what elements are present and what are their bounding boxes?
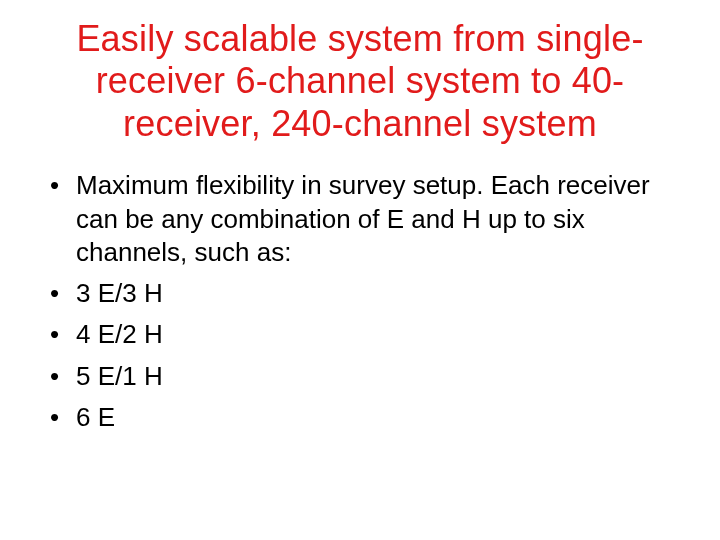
slide: Easily scalable system from single-recei… (0, 0, 720, 540)
list-item: Maximum flexibility in survey setup. Eac… (48, 169, 672, 269)
slide-title: Easily scalable system from single-recei… (48, 18, 672, 145)
list-item: 3 E/3 H (48, 277, 672, 310)
list-item: 6 E (48, 401, 672, 434)
list-item: 4 E/2 H (48, 318, 672, 351)
bullet-list: Maximum flexibility in survey setup. Eac… (48, 169, 672, 434)
list-item: 5 E/1 H (48, 360, 672, 393)
